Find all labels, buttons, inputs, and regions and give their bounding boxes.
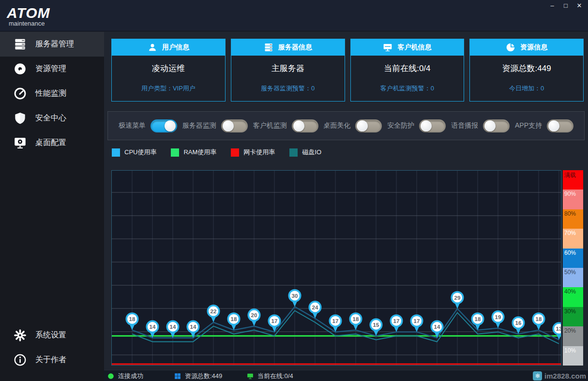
sidebar-item-server-management[interactable]: 服务器管理 <box>0 32 104 57</box>
toggle-label: 安全防护 <box>387 121 414 130</box>
toggle-switch-server-monitor[interactable] <box>221 119 248 132</box>
legend-swatch <box>112 148 120 157</box>
snowflake-icon: ❄ <box>533 371 542 381</box>
data-pin: 18 <box>471 312 484 330</box>
logo-text: ATOM <box>7 6 50 20</box>
statusbar: 连接成功 资源总数:449 当前在线:0/4 ❄ im2828.com <box>104 370 588 381</box>
status-label: 资源总数:449 <box>185 372 222 381</box>
legend-item: RAM使用率 <box>171 148 216 157</box>
toggle-switch-client-monitor[interactable] <box>292 119 318 132</box>
scale-segment: 10% <box>563 346 583 366</box>
status-resource-total: 资源总数:449 <box>174 370 222 381</box>
usage-chart: 1814141422182017302417181517171429181916… <box>111 170 561 366</box>
monitor-icon <box>383 43 392 52</box>
card-header-label: 服务器信息 <box>278 43 312 52</box>
toggle-quick-menu: 极速菜单 <box>119 119 177 132</box>
data-pin: 18 <box>227 312 241 330</box>
sidebar-item-desktop-config[interactable]: 桌面配置 <box>0 131 104 155</box>
desktop-gear-icon <box>14 136 27 149</box>
sidebar-item-about-author[interactable]: 关于作者 <box>0 348 104 372</box>
scale-segment: 60% <box>563 249 583 268</box>
toggle-label: 服务器监测 <box>182 121 216 130</box>
green-dot-icon <box>107 373 114 380</box>
chart-legend: CPU使用率 RAM使用率 网卡使用率 磁盘IO <box>112 148 321 157</box>
svg-text:14: 14 <box>170 324 176 330</box>
toggle-switch-quick-menu[interactable] <box>151 119 177 132</box>
svg-text:24: 24 <box>312 305 318 310</box>
scale-segment: 20% <box>563 326 583 346</box>
card-resource-info: 资源信息 资源总数:449 今日增加：0 <box>469 39 584 102</box>
data-pin: 18 <box>126 312 139 330</box>
card-title: 凌动运维 <box>112 63 225 74</box>
scale-segment: 30% <box>563 307 583 326</box>
svg-text:29: 29 <box>454 295 461 301</box>
data-pin: 16 <box>512 316 525 334</box>
status-connection: 连接成功 <box>107 370 143 381</box>
svg-text:16: 16 <box>515 320 522 326</box>
legend-item: 磁盘IO <box>289 148 321 157</box>
pie-icon <box>506 43 515 52</box>
data-pin: 18 <box>532 312 545 330</box>
info-cards-row: 用户信息 凌动运维 用户类型：VIP用户 服务器信息 主服务器 服务器监测预警：… <box>111 39 584 102</box>
scale-segment: 90% <box>563 190 583 209</box>
toggle-switch-desktop-beautify[interactable] <box>355 119 382 132</box>
card-subtitle: 客户机监测预警：0 <box>351 84 464 93</box>
data-pin: 19 <box>492 310 505 328</box>
shield-icon <box>14 112 27 125</box>
disk-icon <box>14 62 27 75</box>
card-header-label: 用户信息 <box>162 43 189 52</box>
monitor-green-icon <box>247 373 254 380</box>
data-pin: 22 <box>207 305 220 322</box>
toggle-desktop-beautify: 桌面美化 <box>323 119 382 132</box>
status-online: 当前在线:0/4 <box>247 370 293 381</box>
switch-knob <box>357 120 368 132</box>
sidebar-item-label: 资源管理 <box>35 64 66 74</box>
svg-text:14: 14 <box>434 324 440 330</box>
logo-subtitle: maintenance <box>7 20 50 27</box>
sidebar-item-system-settings[interactable]: 系统设置 <box>0 323 104 348</box>
card-subtitle: 用户类型：VIP用户 <box>112 84 225 93</box>
svg-text:13: 13 <box>556 326 561 332</box>
toggle-security-protect: 安全防护 <box>387 119 446 132</box>
data-pin: 29 <box>451 291 464 309</box>
close-button[interactable]: ✕ <box>573 1 585 11</box>
card-header: 服务器信息 <box>231 39 345 56</box>
toggle-panel: 极速菜单 服务器监测 客户机监测 桌面美化 安全防护 语音播报 APP支持 <box>107 111 585 140</box>
toggle-switch-app-support[interactable] <box>547 119 573 132</box>
grid-icon <box>174 373 181 380</box>
toggle-switch-security-protect[interactable] <box>419 119 446 132</box>
toggle-switch-voice-broadcast[interactable] <box>483 119 510 132</box>
toggle-client-monitor: 客户机监测 <box>253 119 318 132</box>
maximize-button[interactable]: □ <box>560 1 572 11</box>
status-label: 连接成功 <box>118 372 143 381</box>
scale-segment: 70% <box>563 229 583 248</box>
data-pin: 20 <box>248 308 261 326</box>
sidebar-item-label: 安全中心 <box>35 113 66 123</box>
minimize-button[interactable]: – <box>546 1 558 11</box>
switch-knob <box>484 120 496 132</box>
svg-text:17: 17 <box>271 318 278 324</box>
switch-knob <box>293 120 304 132</box>
card-header-label: 客户机信息 <box>397 43 431 52</box>
data-pin: 15 <box>370 318 383 336</box>
sidebar-item-resource-management[interactable]: 资源管理 <box>0 57 104 81</box>
watermark: ❄ im2828.com <box>533 370 586 381</box>
svg-text:18: 18 <box>129 316 136 322</box>
scale-segment: 40% <box>563 287 583 307</box>
legend-label: 磁盘IO <box>302 148 321 157</box>
data-pin: 17 <box>390 314 403 332</box>
svg-text:20: 20 <box>251 312 257 318</box>
svg-text:18: 18 <box>536 316 542 322</box>
card-title: 资源总数:449 <box>470 63 583 74</box>
server-icon <box>264 43 273 52</box>
data-pin: 17 <box>268 314 281 332</box>
legend-swatch <box>171 148 179 157</box>
window-controls: – □ ✕ <box>546 1 585 11</box>
sidebar-item-security-center[interactable]: 安全中心 <box>0 106 104 131</box>
card-header: 用户信息 <box>112 39 225 56</box>
sidebar-item-performance-monitor[interactable]: 性能监测 <box>0 81 104 106</box>
card-server-info: 服务器信息 主服务器 服务器监测预警：0 <box>231 39 345 102</box>
svg-text:19: 19 <box>495 314 501 320</box>
toggle-label: 客户机监测 <box>253 121 287 130</box>
sidebar: 服务器管理 资源管理 性能监测 安全中心 桌面配置 系统设置 关于作者 <box>0 32 104 381</box>
